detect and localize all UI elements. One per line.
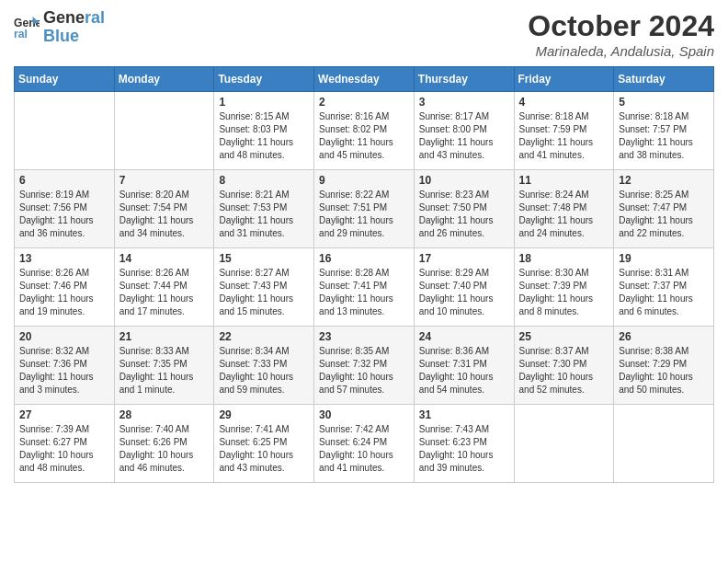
calendar-cell: 29Sunrise: 7:41 AM Sunset: 6:25 PM Dayli… xyxy=(214,405,314,483)
day-info: Sunrise: 7:43 AM Sunset: 6:23 PM Dayligh… xyxy=(419,423,509,475)
day-info: Sunrise: 8:26 AM Sunset: 7:44 PM Dayligh… xyxy=(119,267,210,318)
day-info: Sunrise: 8:37 AM Sunset: 7:30 PM Dayligh… xyxy=(519,345,609,396)
calendar-cell: 15Sunrise: 8:27 AM Sunset: 7:43 PM Dayli… xyxy=(214,248,314,327)
weekday-header: Friday xyxy=(514,67,614,92)
day-number: 24 xyxy=(419,330,509,343)
weekday-header: Wednesday xyxy=(314,67,415,92)
calendar-cell: 13Sunrise: 8:26 AM Sunset: 7:46 PM Dayli… xyxy=(15,248,115,327)
title-block: October 2024 Marinaleda, Andalusia, Spai… xyxy=(528,9,714,59)
day-info: Sunrise: 8:29 AM Sunset: 7:40 PM Dayligh… xyxy=(419,267,509,318)
day-number: 1 xyxy=(219,96,309,109)
day-info: Sunrise: 8:19 AM Sunset: 7:56 PM Dayligh… xyxy=(19,189,109,240)
day-number: 21 xyxy=(119,330,210,343)
calendar-cell: 18Sunrise: 8:30 AM Sunset: 7:39 PM Dayli… xyxy=(514,248,614,327)
logo: Gene ral GeneralBlue xyxy=(14,9,105,46)
page-header: Gene ral GeneralBlue October 2024 Marina… xyxy=(14,9,714,59)
day-number: 28 xyxy=(119,408,210,421)
day-number: 3 xyxy=(419,96,509,109)
day-number: 7 xyxy=(119,174,210,187)
calendar-cell: 3Sunrise: 8:17 AM Sunset: 8:00 PM Daylig… xyxy=(414,92,514,170)
day-number: 25 xyxy=(519,330,609,343)
day-number: 5 xyxy=(619,96,709,109)
weekday-header: Tuesday xyxy=(214,67,314,92)
day-info: Sunrise: 8:20 AM Sunset: 7:54 PM Dayligh… xyxy=(119,189,210,240)
day-info: Sunrise: 8:26 AM Sunset: 7:46 PM Dayligh… xyxy=(19,267,109,318)
day-info: Sunrise: 8:35 AM Sunset: 7:32 PM Dayligh… xyxy=(319,345,409,396)
calendar-week: 20Sunrise: 8:32 AM Sunset: 7:36 PM Dayli… xyxy=(15,327,714,405)
day-number: 8 xyxy=(219,174,309,187)
calendar-week: 1Sunrise: 8:15 AM Sunset: 8:03 PM Daylig… xyxy=(15,92,714,170)
day-number: 26 xyxy=(619,330,709,343)
day-info: Sunrise: 8:38 AM Sunset: 7:29 PM Dayligh… xyxy=(619,345,709,396)
calendar-cell: 22Sunrise: 8:34 AM Sunset: 7:33 PM Dayli… xyxy=(214,327,314,405)
calendar-cell: 17Sunrise: 8:29 AM Sunset: 7:40 PM Dayli… xyxy=(414,248,514,327)
day-info: Sunrise: 8:18 AM Sunset: 7:57 PM Dayligh… xyxy=(619,110,709,162)
calendar-cell xyxy=(514,405,614,483)
day-number: 20 xyxy=(19,330,109,343)
day-number: 30 xyxy=(319,408,409,421)
logo-text: GeneralBlue xyxy=(43,9,105,46)
day-number: 13 xyxy=(19,252,109,265)
day-number: 2 xyxy=(319,96,409,109)
day-info: Sunrise: 8:17 AM Sunset: 8:00 PM Dayligh… xyxy=(419,110,509,162)
calendar-cell xyxy=(114,92,214,170)
day-info: Sunrise: 7:42 AM Sunset: 6:24 PM Dayligh… xyxy=(319,423,409,475)
day-number: 31 xyxy=(419,408,509,421)
day-info: Sunrise: 8:34 AM Sunset: 7:33 PM Dayligh… xyxy=(219,345,309,396)
calendar-cell xyxy=(614,405,714,483)
calendar-cell xyxy=(15,92,115,170)
day-number: 11 xyxy=(519,174,609,187)
day-info: Sunrise: 7:41 AM Sunset: 6:25 PM Dayligh… xyxy=(219,423,309,475)
day-info: Sunrise: 8:24 AM Sunset: 7:48 PM Dayligh… xyxy=(519,189,609,240)
calendar-cell: 5Sunrise: 8:18 AM Sunset: 7:57 PM Daylig… xyxy=(614,92,714,170)
day-info: Sunrise: 7:39 AM Sunset: 6:27 PM Dayligh… xyxy=(19,423,109,475)
calendar-cell: 26Sunrise: 8:38 AM Sunset: 7:29 PM Dayli… xyxy=(614,327,714,405)
calendar-header: SundayMondayTuesdayWednesdayThursdayFrid… xyxy=(15,67,714,92)
calendar-body: 1Sunrise: 8:15 AM Sunset: 8:03 PM Daylig… xyxy=(15,92,714,483)
calendar-cell: 9Sunrise: 8:22 AM Sunset: 7:51 PM Daylig… xyxy=(314,170,415,248)
day-number: 18 xyxy=(519,252,609,265)
day-info: Sunrise: 8:30 AM Sunset: 7:39 PM Dayligh… xyxy=(519,267,609,318)
day-number: 29 xyxy=(219,408,309,421)
day-number: 27 xyxy=(19,408,109,421)
calendar-cell: 11Sunrise: 8:24 AM Sunset: 7:48 PM Dayli… xyxy=(514,170,614,248)
day-info: Sunrise: 8:36 AM Sunset: 7:31 PM Dayligh… xyxy=(419,345,509,396)
day-number: 9 xyxy=(319,174,409,187)
calendar-cell: 16Sunrise: 8:28 AM Sunset: 7:41 PM Dayli… xyxy=(314,248,415,327)
day-info: Sunrise: 8:16 AM Sunset: 8:02 PM Dayligh… xyxy=(319,110,409,162)
day-info: Sunrise: 8:25 AM Sunset: 7:47 PM Dayligh… xyxy=(619,189,709,240)
day-info: Sunrise: 8:22 AM Sunset: 7:51 PM Dayligh… xyxy=(319,189,409,240)
calendar-week: 6Sunrise: 8:19 AM Sunset: 7:56 PM Daylig… xyxy=(15,170,714,248)
day-number: 12 xyxy=(619,174,709,187)
day-info: Sunrise: 8:27 AM Sunset: 7:43 PM Dayligh… xyxy=(219,267,309,318)
day-number: 23 xyxy=(319,330,409,343)
day-info: Sunrise: 8:15 AM Sunset: 8:03 PM Dayligh… xyxy=(219,110,309,162)
weekday-header: Saturday xyxy=(614,67,714,92)
day-number: 17 xyxy=(419,252,509,265)
day-number: 19 xyxy=(619,252,709,265)
day-info: Sunrise: 8:18 AM Sunset: 7:59 PM Dayligh… xyxy=(519,110,609,162)
day-info: Sunrise: 8:31 AM Sunset: 7:37 PM Dayligh… xyxy=(619,267,709,318)
day-info: Sunrise: 8:28 AM Sunset: 7:41 PM Dayligh… xyxy=(319,267,409,318)
day-info: Sunrise: 8:21 AM Sunset: 7:53 PM Dayligh… xyxy=(219,189,309,240)
calendar-cell: 28Sunrise: 7:40 AM Sunset: 6:26 PM Dayli… xyxy=(114,405,214,483)
calendar-cell: 31Sunrise: 7:43 AM Sunset: 6:23 PM Dayli… xyxy=(414,405,514,483)
location: Marinaleda, Andalusia, Spain xyxy=(528,43,714,59)
day-number: 16 xyxy=(319,252,409,265)
calendar-week: 27Sunrise: 7:39 AM Sunset: 6:27 PM Dayli… xyxy=(15,405,714,483)
logo-icon: Gene ral xyxy=(14,15,40,40)
calendar-cell: 27Sunrise: 7:39 AM Sunset: 6:27 PM Dayli… xyxy=(15,405,115,483)
calendar-cell: 8Sunrise: 8:21 AM Sunset: 7:53 PM Daylig… xyxy=(214,170,314,248)
day-number: 22 xyxy=(219,330,309,343)
weekday-header: Sunday xyxy=(15,67,115,92)
calendar-week: 13Sunrise: 8:26 AM Sunset: 7:46 PM Dayli… xyxy=(15,248,714,327)
day-info: Sunrise: 7:40 AM Sunset: 6:26 PM Dayligh… xyxy=(119,423,210,475)
day-info: Sunrise: 8:33 AM Sunset: 7:35 PM Dayligh… xyxy=(119,345,210,396)
calendar-cell: 24Sunrise: 8:36 AM Sunset: 7:31 PM Dayli… xyxy=(414,327,514,405)
calendar-cell: 25Sunrise: 8:37 AM Sunset: 7:30 PM Dayli… xyxy=(514,327,614,405)
calendar-cell: 30Sunrise: 7:42 AM Sunset: 6:24 PM Dayli… xyxy=(314,405,415,483)
month-title: October 2024 xyxy=(528,9,714,43)
calendar-cell: 21Sunrise: 8:33 AM Sunset: 7:35 PM Dayli… xyxy=(114,327,214,405)
weekday-header: Thursday xyxy=(414,67,514,92)
calendar-cell: 10Sunrise: 8:23 AM Sunset: 7:50 PM Dayli… xyxy=(414,170,514,248)
